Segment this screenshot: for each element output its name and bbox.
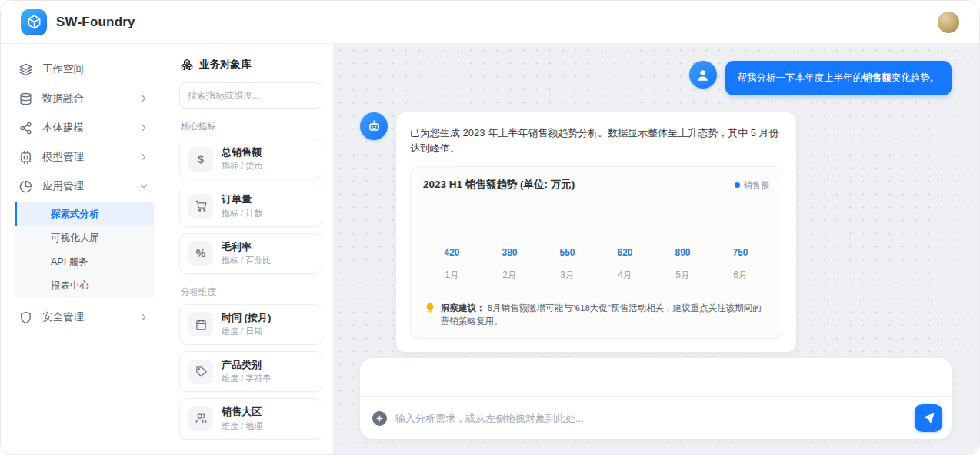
metric-type: 指标 / 货币 — [222, 160, 262, 172]
object-search-input[interactable] — [179, 82, 322, 109]
submenu-item-label: 可视化大屏 — [51, 232, 99, 245]
sidebar-item-label: 应用管理 — [42, 179, 128, 193]
sidebar-item-label: 模型管理 — [42, 150, 128, 164]
insight-label: 洞察建议： — [441, 303, 485, 313]
chart-month: 3月 — [538, 269, 596, 293]
app-mgmt-submenu: 探索式分析 可视化大屏 API 服务 报表中心 — [15, 202, 154, 298]
chart-value-labels: 420 380 550 620 890 750 — [423, 247, 769, 269]
sidebar-item-label: 安全管理 — [42, 310, 128, 324]
top-header: SW-Foundry — [1, 1, 979, 44]
chart-legend: 销售额 — [735, 179, 769, 191]
sidebar-item-data-fusion[interactable]: 数据融合 — [1, 84, 168, 113]
chart-value: 750 — [712, 247, 769, 269]
metric-name: 毛利率 — [222, 241, 271, 253]
app-window: SW-Foundry 工作空间 数据融合 本体建模 模型管理 — [0, 0, 980, 455]
chart-value: 890 — [654, 247, 712, 269]
paper-plane-icon — [922, 412, 935, 425]
dimension-name: 产品类别 — [222, 359, 271, 371]
dimension-card-time[interactable]: 时间 (按月) 维度 / 日期 — [179, 304, 322, 345]
chat-message-input[interactable] — [395, 413, 906, 424]
sidebar-item-ontology[interactable]: 本体建模 — [1, 113, 168, 142]
cart-icon — [188, 194, 213, 219]
sidebar-item-label: 数据融合 — [42, 92, 128, 105]
send-button[interactable] — [915, 404, 942, 432]
chart-title: 2023 H1 销售额趋势 (单位: 万元) — [423, 178, 575, 192]
sidebar-item-label: 工作空间 — [42, 62, 149, 76]
assistant-message-row: 已为您生成 2023 年上半年销售额趋势分析。数据显示整体呈上升态势，其中 5 … — [360, 112, 952, 352]
legend-dot-icon — [735, 182, 740, 188]
chart-month: 6月 — [712, 269, 769, 293]
chart-month: 2月 — [481, 269, 538, 293]
chart-month-labels: 1月 2月 3月 4月 5月 6月 — [423, 269, 769, 293]
database-icon — [19, 92, 32, 105]
user-message-row: 帮我分析一下本年度上半年的销售额变化趋势。 — [360, 61, 952, 95]
calendar-icon — [188, 312, 213, 336]
metric-card-order-volume[interactable]: 订单量 指标 / 计数 — [179, 186, 322, 226]
submenu-item-label: 探索式分析 — [51, 208, 99, 221]
metric-card-gross-margin[interactable]: % 毛利率 指标 / 百分比 — [179, 233, 322, 274]
metric-card-total-sales[interactable]: $ 总销售额 指标 / 货币 — [179, 139, 322, 179]
cpu-icon — [19, 151, 32, 164]
shield-icon — [19, 311, 32, 324]
user-message-bubble: 帮我分析一下本年度上半年的销售额变化趋势。 — [725, 61, 952, 95]
chart-value: 550 — [538, 247, 596, 269]
chevron-right-icon — [138, 93, 149, 104]
legend-label: 销售额 — [744, 179, 769, 191]
layers-icon — [19, 63, 32, 76]
app-logo-icon — [21, 9, 47, 35]
sidebar-item-workspace[interactable]: 工作空间 — [1, 55, 168, 84]
dimension-type: 维度 / 日期 — [222, 326, 271, 337]
lightbulb-icon — [425, 303, 435, 313]
chart-month: 1月 — [423, 269, 481, 293]
dimension-type: 维度 / 地理 — [222, 420, 262, 432]
chart-value: 620 — [596, 247, 654, 269]
chat-area: 帮我分析一下本年度上半年的销售额变化趋势。 已为您生成 2023 年上半年销售额… — [334, 44, 979, 454]
profile-avatar[interactable] — [938, 12, 959, 33]
pie-chart-icon — [19, 180, 32, 193]
submenu-item-label: 报表中心 — [51, 279, 89, 293]
sidebar-item-model-mgmt[interactable]: 模型管理 — [1, 142, 168, 172]
dimensions-section-label: 分析维度 — [181, 286, 321, 298]
sidebar-item-exploratory-analysis[interactable]: 探索式分析 — [15, 202, 154, 226]
sidebar-nav: 工作空间 数据融合 本体建模 模型管理 应用管理 — [1, 44, 168, 454]
chart-month: 5月 — [654, 269, 712, 293]
add-attachment-button[interactable] — [372, 411, 387, 426]
dimension-name: 时间 (按月) — [222, 312, 271, 324]
metric-type: 指标 / 百分比 — [222, 255, 271, 266]
chevron-right-icon — [138, 312, 149, 323]
region-users-icon — [188, 406, 213, 431]
sidebar-item-security[interactable]: 安全管理 — [1, 303, 168, 332]
insight-banner: 洞察建议： 5月销售额激增可能与"618大促"预售活动相关，建议重点关注该期间的… — [423, 293, 769, 338]
chart-month: 4月 — [596, 269, 654, 293]
dimension-card-sales-region[interactable]: 销售大区 维度 / 地理 — [179, 398, 322, 439]
chart-value: 420 — [423, 247, 481, 269]
app-title: SW-Foundry — [56, 15, 135, 30]
object-panel-title: 业务对象库 — [199, 58, 252, 72]
business-object-panel: 业务对象库 核心指标 $ 总销售额 指标 / 货币 订单量 指标 / 计数 % … — [168, 44, 334, 454]
submenu-item-label: API 服务 — [51, 256, 88, 269]
metric-name: 订单量 — [222, 193, 262, 206]
drag-drop-zone[interactable] — [360, 358, 952, 396]
dimension-type: 维度 / 字符串 — [222, 373, 271, 384]
dimension-card-product-category[interactable]: 产品类别 维度 / 字符串 — [179, 351, 322, 392]
plus-icon — [375, 414, 384, 423]
chart-value: 380 — [481, 247, 538, 269]
sidebar-item-app-mgmt[interactable]: 应用管理 — [1, 172, 168, 201]
metric-name: 总销售额 — [222, 146, 262, 159]
chevron-down-icon — [138, 181, 149, 192]
sidebar-item-api-service[interactable]: API 服务 — [15, 250, 154, 274]
metrics-section-label: 核心指标 — [181, 121, 321, 132]
sidebar-item-report-center[interactable]: 报表中心 — [15, 274, 154, 298]
tag-icon — [188, 360, 213, 384]
chevron-right-icon — [138, 152, 149, 162]
assistant-message-card: 已为您生成 2023 年上半年销售额趋势分析。数据显示整体呈上升态势，其中 5 … — [396, 112, 796, 352]
metric-type: 指标 / 计数 — [222, 208, 262, 219]
sidebar-item-visual-dashboard[interactable]: 可视化大屏 — [15, 226, 154, 250]
ontology-graph-icon — [19, 122, 32, 135]
dimension-name: 销售大区 — [222, 406, 262, 418]
assistant-message-text: 已为您生成 2023 年上半年销售额趋势分析。数据显示整体呈上升态势，其中 5 … — [410, 125, 782, 156]
chat-input-card — [360, 358, 952, 439]
boxes-icon — [181, 59, 193, 71]
insight-text: 5月销售额激增可能与"618大促"预售活动相关，建议重点关注该期间的营销策略复用… — [441, 303, 761, 326]
bot-avatar-icon — [360, 112, 388, 140]
